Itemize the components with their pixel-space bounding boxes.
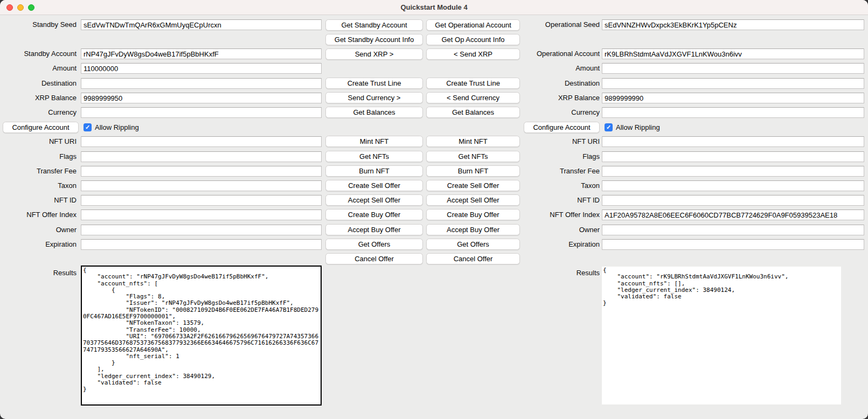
standby-transfer-fee-label: Transfer Fee <box>0 166 79 177</box>
op-accept-buy-offer-button[interactable]: Accept Buy Offer <box>426 224 520 235</box>
standby-burn-nft-button[interactable]: Burn NFT <box>325 165 423 177</box>
standby-configure-account-button[interactable]: Configure Account <box>3 122 79 133</box>
op-flags-input[interactable] <box>602 151 864 162</box>
op-allow-rippling-checkbox[interactable] <box>605 123 613 131</box>
standby-xrp-balance-input[interactable] <box>81 93 322 103</box>
standby-xrp-balance-label: XRP Balance <box>0 93 79 103</box>
op-taxon-label: Taxon <box>509 180 600 191</box>
op-nft-offer-index-label: NFT Offer Index <box>509 210 600 220</box>
standby-seed-input[interactable] <box>81 19 322 30</box>
standby-cancel-offer-button[interactable]: Cancel Offer <box>325 253 423 264</box>
op-nft-uri-input[interactable] <box>602 136 864 147</box>
standby-get-offers-button[interactable]: Get Offers <box>325 239 423 250</box>
op-results-text: { "account": "rK9LBRhStdmtAaVdJXGVF1LnKW… <box>602 267 841 308</box>
standby-create-trust-line-button[interactable]: Create Trust Line <box>325 78 423 89</box>
get-op-account-info-button[interactable]: Get Op Account Info <box>426 34 520 45</box>
get-operational-account-button[interactable]: Get Operational Account <box>426 19 520 31</box>
standby-results-text: { "account": "rNP47gJFvDyW8gsDo4weB17if5… <box>82 267 321 394</box>
standby-owner-input[interactable] <box>81 225 322 235</box>
op-account-label: Operational Account <box>509 48 600 59</box>
op-get-balances-button[interactable]: Get Balances <box>426 107 520 118</box>
standby-currency-input[interactable] <box>81 107 322 118</box>
op-owner-input[interactable] <box>602 225 864 235</box>
standby-create-buy-offer-button[interactable]: Create Buy Offer <box>325 209 423 220</box>
standby-expiration-label: Expiration <box>0 239 79 250</box>
op-expiration-label: Expiration <box>509 239 600 250</box>
send-xrp-right-button[interactable]: Send XRP > <box>325 48 423 60</box>
op-destination-label: Destination <box>509 78 600 89</box>
op-currency-label: Currency <box>509 107 600 118</box>
op-amount-label: Amount <box>509 63 600 74</box>
titlebar: Quickstart Module 4 <box>0 0 868 15</box>
standby-allow-rippling-checkrow: Allow Rippling <box>84 122 139 133</box>
standby-amount-input[interactable] <box>81 63 322 74</box>
op-seed-input[interactable] <box>602 19 864 30</box>
standby-taxon-input[interactable] <box>81 180 322 191</box>
op-seed-label: Operational Seed <box>509 19 600 30</box>
standby-results-label: Results <box>0 268 79 278</box>
op-create-trust-line-button[interactable]: Create Trust Line <box>426 78 520 89</box>
standby-create-sell-offer-button[interactable]: Create Sell Offer <box>325 180 423 191</box>
standby-flags-input[interactable] <box>81 151 322 162</box>
standby-get-nfts-button[interactable]: Get NFTs <box>325 151 423 162</box>
standby-amount-label: Amount <box>0 63 79 74</box>
window-title: Quickstart Module 4 <box>0 0 868 15</box>
standby-nft-id-label: NFT ID <box>0 195 79 206</box>
op-get-nfts-button[interactable]: Get NFTs <box>426 151 520 162</box>
standby-destination-input[interactable] <box>81 78 322 89</box>
standby-account-input[interactable] <box>81 48 322 59</box>
op-cancel-offer-button[interactable]: Cancel Offer <box>426 253 520 264</box>
op-transfer-fee-input[interactable] <box>602 166 864 177</box>
op-results-label: Results <box>509 268 600 278</box>
op-create-buy-offer-button[interactable]: Create Buy Offer <box>426 209 520 220</box>
standby-get-balances-button[interactable]: Get Balances <box>325 107 423 118</box>
op-nft-id-label: NFT ID <box>509 195 600 206</box>
standby-taxon-label: Taxon <box>0 180 79 191</box>
standby-owner-label: Owner <box>0 225 79 235</box>
op-xrp-balance-input[interactable] <box>602 93 864 103</box>
standby-currency-label: Currency <box>0 107 79 118</box>
op-amount-input[interactable] <box>602 63 864 74</box>
standby-accept-sell-offer-button[interactable]: Accept Sell Offer <box>325 194 423 206</box>
op-accept-sell-offer-button[interactable]: Accept Sell Offer <box>426 194 520 206</box>
send-currency-right-button[interactable]: Send Currency > <box>325 92 423 103</box>
op-allow-rippling-label: Allow Rippling <box>616 122 660 133</box>
op-destination-input[interactable] <box>602 78 864 89</box>
quickstart-window: Quickstart Module 4 Standby Seed Standby… <box>0 0 868 419</box>
standby-nft-uri-input[interactable] <box>81 136 322 147</box>
standby-accept-buy-offer-button[interactable]: Accept Buy Offer <box>325 224 423 235</box>
op-results-box[interactable]: { "account": "rK9LBRhStdmtAaVdJXGVF1LnKW… <box>602 267 841 404</box>
op-taxon-input[interactable] <box>602 180 864 191</box>
get-standby-account-button[interactable]: Get Standby Account <box>325 19 423 31</box>
op-nft-id-input[interactable] <box>602 195 864 206</box>
op-get-offers-button[interactable]: Get Offers <box>426 239 520 250</box>
op-currency-input[interactable] <box>602 107 864 118</box>
op-create-sell-offer-button[interactable]: Create Sell Offer <box>426 180 520 191</box>
standby-allow-rippling-label: Allow Rippling <box>95 122 139 133</box>
get-standby-account-info-button[interactable]: Get Standby Account Info <box>325 34 423 45</box>
standby-mint-nft-button[interactable]: Mint NFT <box>325 136 423 147</box>
standby-allow-rippling-checkbox[interactable] <box>84 123 92 131</box>
op-xrp-balance-label: XRP Balance <box>509 93 600 103</box>
op-configure-account-button[interactable]: Configure Account <box>524 122 600 133</box>
op-nft-offer-index-input[interactable] <box>602 210 864 220</box>
standby-flags-label: Flags <box>0 151 79 162</box>
standby-nft-id-input[interactable] <box>81 195 322 206</box>
op-allow-rippling-checkrow: Allow Rippling <box>605 122 660 133</box>
op-mint-nft-button[interactable]: Mint NFT <box>426 136 520 147</box>
op-flags-label: Flags <box>509 151 600 162</box>
op-burn-nft-button[interactable]: Burn NFT <box>426 165 520 177</box>
standby-seed-label: Standby Seed <box>0 19 79 30</box>
standby-account-label: Standby Account <box>0 48 79 59</box>
standby-results-box[interactable]: { "account": "rNP47gJFvDyW8gsDo4weB17if5… <box>81 266 322 406</box>
op-transfer-fee-label: Transfer Fee <box>509 166 600 177</box>
send-xrp-left-button[interactable]: < Send XRP <box>426 48 520 60</box>
standby-expiration-input[interactable] <box>81 239 322 250</box>
op-account-input[interactable] <box>602 48 864 59</box>
op-expiration-input[interactable] <box>602 239 864 250</box>
send-currency-left-button[interactable]: < Send Currency <box>426 92 520 103</box>
op-nft-uri-label: NFT URI <box>509 136 600 147</box>
standby-nft-uri-label: NFT URI <box>0 136 79 147</box>
standby-transfer-fee-input[interactable] <box>81 166 322 177</box>
standby-nft-offer-index-input[interactable] <box>81 210 322 220</box>
